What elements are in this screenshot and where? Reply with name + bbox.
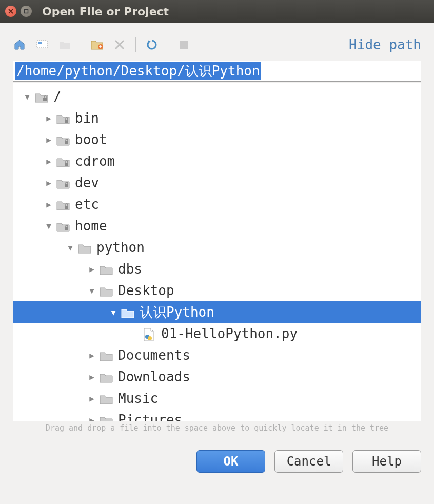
svg-rect-6 bbox=[43, 98, 47, 101]
svg-rect-2 bbox=[38, 42, 42, 44]
svg-rect-4 bbox=[180, 41, 188, 49]
path-input[interactable]: /home/python/Desktop/认识Python bbox=[13, 61, 421, 82]
window-title: Open File or Project bbox=[42, 5, 169, 18]
tree-item-label: Desktop bbox=[118, 283, 174, 298]
folder-icon bbox=[100, 371, 113, 382]
svg-rect-8 bbox=[65, 141, 68, 144]
close-window-button[interactable] bbox=[5, 6, 16, 17]
chevron-right-icon[interactable]: ▶ bbox=[87, 264, 96, 274]
tree-item-label: python bbox=[96, 240, 145, 255]
tree-item-label: etc bbox=[75, 197, 99, 212]
tree-item[interactable]: ▶dbs bbox=[13, 258, 421, 280]
tree-item-label: dbs bbox=[118, 261, 142, 277]
chevron-down-icon[interactable]: ▼ bbox=[87, 286, 96, 296]
tree-item-label: boot bbox=[75, 132, 107, 147]
help-button[interactable]: Help bbox=[352, 450, 421, 473]
project-icon[interactable] bbox=[58, 38, 71, 51]
folder-icon bbox=[121, 306, 134, 318]
svg-rect-9 bbox=[65, 163, 68, 166]
tree-item-label: bin bbox=[75, 110, 99, 126]
tree-item-label: Pictures bbox=[118, 412, 182, 421]
chevron-right-icon[interactable]: ▶ bbox=[44, 135, 53, 145]
tree-item-label: / bbox=[53, 89, 62, 104]
delete-icon[interactable] bbox=[113, 38, 126, 51]
tree-item-label: Music bbox=[118, 391, 158, 406]
path-input-value: /home/python/Desktop/认识Python bbox=[15, 62, 261, 80]
tree-item[interactable]: ▶Music bbox=[13, 387, 421, 409]
file-tree[interactable]: ▼/▶bin▶boot▶cdrom▶dev▶etc▼home▼python▶db… bbox=[13, 83, 421, 421]
svg-rect-12 bbox=[65, 227, 68, 230]
tree-item[interactable]: ▼认识Python bbox=[13, 301, 421, 323]
tree-item-label: cdrom bbox=[75, 153, 115, 169]
locked-folder-icon bbox=[56, 134, 70, 145]
toolbar-separator bbox=[135, 37, 136, 52]
hide-path-link[interactable]: Hide path bbox=[349, 37, 421, 52]
folder-icon bbox=[78, 242, 91, 253]
chevron-right-icon[interactable]: ▶ bbox=[87, 415, 96, 422]
ok-button[interactable]: OK bbox=[196, 450, 265, 473]
show-hidden-icon[interactable] bbox=[177, 38, 191, 51]
svg-rect-7 bbox=[65, 120, 68, 123]
tree-item[interactable]: ▼home bbox=[13, 215, 421, 237]
button-row: OK Cancel Help bbox=[13, 450, 421, 473]
titlebar: Open File or Project bbox=[0, 0, 434, 23]
refresh-icon[interactable] bbox=[145, 38, 159, 51]
folder-icon bbox=[100, 393, 113, 404]
chevron-down-icon[interactable]: ▼ bbox=[23, 92, 32, 102]
tree-item[interactable]: ▶Documents bbox=[13, 344, 421, 366]
drag-drop-hint: Drag and drop a file into the space abov… bbox=[13, 423, 421, 433]
locked-folder-icon bbox=[56, 177, 70, 188]
folder-icon bbox=[100, 414, 113, 421]
tree-item[interactable]: ▼python bbox=[13, 237, 421, 258]
folder-icon bbox=[100, 285, 113, 296]
chevron-down-icon[interactable]: ▼ bbox=[44, 221, 53, 231]
dialog-content: Hide path /home/python/Desktop/认识Python … bbox=[0, 23, 434, 482]
tree-item-label: 01-HelloPython.py bbox=[161, 326, 298, 341]
tree-item[interactable]: ▶dev bbox=[13, 172, 421, 193]
svg-point-14 bbox=[148, 336, 152, 340]
chevron-right-icon[interactable]: ▶ bbox=[44, 157, 53, 166]
chevron-right-icon[interactable]: ▶ bbox=[44, 113, 53, 123]
tree-item[interactable]: ▶etc bbox=[13, 193, 421, 215]
minimize-window-button[interactable] bbox=[21, 6, 32, 17]
toolbar: Hide path bbox=[13, 37, 421, 52]
chevron-right-icon[interactable]: ▶ bbox=[44, 200, 53, 209]
tree-item-label: dev bbox=[75, 175, 99, 190]
locked-folder-icon bbox=[56, 199, 70, 210]
tree-item-label: Downloads bbox=[118, 369, 190, 384]
folder-icon bbox=[100, 350, 113, 361]
svg-rect-0 bbox=[25, 10, 28, 13]
desktop-icon[interactable] bbox=[35, 38, 49, 51]
svg-rect-1 bbox=[37, 41, 47, 48]
tree-item-label: 认识Python bbox=[140, 303, 214, 321]
locked-folder-icon bbox=[35, 91, 48, 102]
chevron-right-icon[interactable]: ▶ bbox=[87, 351, 96, 360]
tree-item[interactable]: ▶bin bbox=[13, 107, 421, 129]
locked-folder-icon bbox=[56, 156, 70, 167]
tree-item-label: home bbox=[75, 218, 107, 234]
chevron-right-icon[interactable]: ▶ bbox=[44, 178, 53, 188]
chevron-down-icon[interactable]: ▼ bbox=[66, 243, 75, 253]
tree-item[interactable]: ▶cdrom bbox=[13, 150, 421, 172]
cancel-button[interactable]: Cancel bbox=[274, 450, 343, 473]
locked-folder-icon bbox=[56, 112, 70, 124]
new-folder-icon[interactable] bbox=[90, 38, 104, 51]
svg-rect-11 bbox=[65, 206, 68, 209]
locked-folder-icon bbox=[56, 220, 70, 231]
tree-item[interactable]: ▶Downloads bbox=[13, 366, 421, 387]
tree-item[interactable]: ▼/ bbox=[13, 86, 421, 107]
tree-item-label: Documents bbox=[118, 347, 190, 363]
chevron-right-icon[interactable]: ▶ bbox=[87, 372, 96, 382]
chevron-down-icon[interactable]: ▼ bbox=[109, 307, 118, 317]
tree-item[interactable]: ▶Pictures bbox=[13, 409, 421, 421]
folder-icon bbox=[100, 263, 113, 275]
tree-item[interactable]: 01-HelloPython.py bbox=[13, 323, 421, 344]
home-icon[interactable] bbox=[13, 38, 26, 51]
python-file-icon bbox=[143, 328, 156, 339]
svg-rect-10 bbox=[65, 184, 68, 187]
tree-item[interactable]: ▶boot bbox=[13, 129, 421, 150]
chevron-right-icon[interactable]: ▶ bbox=[87, 394, 96, 403]
tree-item[interactable]: ▼Desktop bbox=[13, 280, 421, 301]
toolbar-separator bbox=[81, 37, 81, 52]
toolbar-separator bbox=[168, 37, 168, 52]
